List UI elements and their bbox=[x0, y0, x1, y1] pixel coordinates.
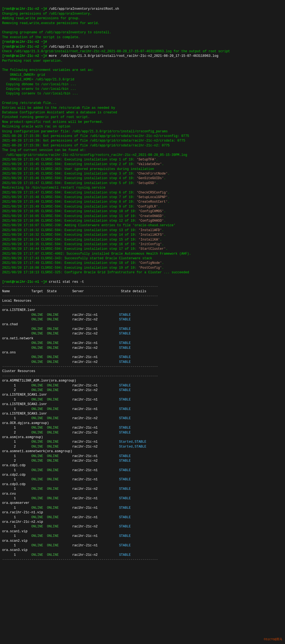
watermark: ©51CTO@黑马 bbox=[264, 637, 282, 641]
terminal-window: [root@raclhr-21c-n2 ~]# /u01/app/oraInve… bbox=[2, 2, 283, 562]
terminal-content: [root@raclhr-21c-n2 ~]# /u01/app/oraInve… bbox=[2, 7, 230, 561]
